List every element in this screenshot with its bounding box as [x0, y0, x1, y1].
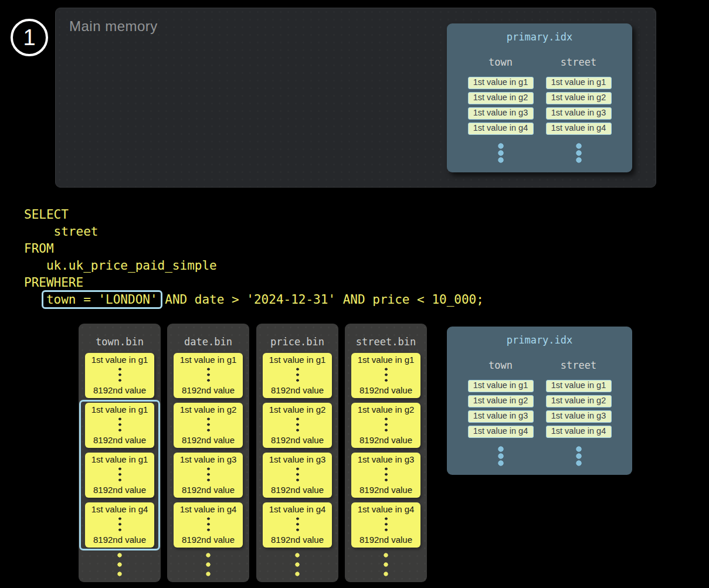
ellipsis-icon [498, 446, 504, 467]
bin-column-title: price.bin [256, 324, 338, 348]
granule-first-value: 1st value in g2 [180, 405, 237, 414]
granule-block: 1st value in g1 8192nd value [85, 403, 154, 448]
granule-first-value: 1st value in g4 [180, 504, 237, 514]
granule-last-value: 8192nd value [93, 485, 146, 495]
ellipsis-icon [385, 466, 388, 483]
granule-last-value: 8192nd value [271, 485, 324, 495]
granule-first-value: 1st value in g1 [180, 355, 237, 365]
granule-block: 1st value in g1 8192nd value [174, 353, 243, 398]
bin-column-street: street.bin 1st value in g1 8192nd value … [345, 324, 427, 582]
index-entry-chip: 1st value in g4 [468, 123, 534, 135]
ellipsis-icon [384, 550, 388, 578]
granule-list-price: 1st value in g1 8192nd value 1st value i… [256, 353, 338, 548]
granule-last-value: 8192nd value [271, 385, 324, 395]
ellipsis-icon [206, 550, 211, 578]
index-column-street: street 1st value in g11st value in g21st… [540, 346, 618, 467]
index-entry-chip: 1st value in g3 [546, 107, 612, 120]
granule-block: 1st value in g3 8192nd value [351, 453, 420, 498]
index-entry-chip: 1st value in g1 [468, 77, 534, 89]
ellipsis-icon [576, 142, 582, 164]
step-1-badge: 1 [11, 19, 48, 56]
primary-idx-title: primary.idx [447, 23, 632, 43]
granule-last-value: 8192nd value [182, 485, 235, 495]
granule-first-value: 1st value in g1 [269, 355, 326, 365]
granule-block: 1st value in g4 8192nd value [174, 502, 243, 548]
granule-block: 1st value in g1 8192nd value [85, 453, 154, 498]
ellipsis-icon [296, 416, 299, 433]
ellipsis-icon [296, 516, 299, 533]
sql-filter-rest: AND date > '2024-12-31' AND price < 10_0… [158, 293, 484, 307]
primary-idx-columns: town 1st value in g11st value in g21st v… [447, 43, 632, 164]
granule-list-date: 1st value in g1 8192nd value 1st value i… [167, 353, 249, 548]
primary-idx-columns: town 1st value in g11st value in g21st v… [447, 346, 632, 467]
index-entry-chip: 1st value in g1 [546, 77, 612, 89]
index-entries-town: 1st value in g11st value in g21st value … [462, 77, 540, 135]
granule-last-value: 8192nd value [359, 385, 412, 395]
primary-idx-box-memory: primary.idx town 1st value in g11st valu… [447, 23, 632, 172]
granule-block: 1st value in g1 8192nd value [85, 353, 154, 398]
index-entry-chip: 1st value in g1 [468, 380, 534, 392]
index-entries-street: 1st value in g11st value in g21st value … [540, 77, 618, 135]
index-entry-chip: 1st value in g2 [468, 92, 534, 104]
sql-line: SELECT [24, 206, 484, 223]
sql-filter-line: town = 'LONDON' AND date > '2024-12-31' … [24, 291, 484, 308]
index-entries-street: 1st value in g11st value in g21st value … [540, 380, 618, 438]
step-number: 1 [23, 25, 35, 50]
bin-column-price: price.bin 1st value in g1 8192nd value 1… [256, 324, 338, 582]
ellipsis-icon [207, 466, 210, 483]
granule-last-value: 8192nd value [182, 385, 235, 395]
sql-lines: SELECT streetFROM uk.uk_price_paid_simpl… [24, 206, 484, 291]
bin-column-title: date.bin [167, 324, 249, 348]
granule-last-value: 8192nd value [93, 435, 146, 445]
index-entry-chip: 1st value in g3 [546, 410, 612, 423]
ellipsis-icon [118, 416, 121, 433]
ellipsis-icon [118, 466, 121, 483]
sql-query: SELECT streetFROM uk.uk_price_paid_simpl… [24, 206, 484, 308]
granule-block: 1st value in g1 8192nd value [263, 353, 332, 398]
granule-first-value: 1st value in g4 [358, 504, 415, 514]
index-column-header-town: town [462, 56, 540, 68]
sql-line: uk.uk_price_paid_simple [24, 257, 484, 274]
ellipsis-icon [117, 550, 122, 578]
ellipsis-icon [118, 516, 121, 533]
ellipsis-icon [207, 516, 210, 533]
index-entry-chip: 1st value in g2 [468, 395, 534, 407]
ellipsis-icon [207, 366, 210, 383]
granule-last-value: 8192nd value [271, 435, 324, 445]
granule-block: 1st value in g2 8192nd value [174, 403, 243, 448]
granule-first-value: 1st value in g3 [269, 454, 326, 464]
granule-block: 1st value in g3 8192nd value [263, 453, 332, 498]
ellipsis-icon [385, 416, 388, 433]
sql-line: street [24, 223, 484, 240]
granule-last-value: 8192nd value [271, 535, 324, 545]
bin-column-title: town.bin [79, 324, 161, 348]
granule-first-value: 1st value in g1 [91, 454, 148, 464]
granule-last-value: 8192nd value [93, 385, 146, 395]
granule-first-value: 1st value in g1 [358, 355, 415, 365]
ellipsis-icon [296, 366, 299, 383]
granule-last-value: 8192nd value [359, 485, 412, 495]
index-column-town: town 1st value in g11st value in g21st v… [462, 43, 540, 164]
bin-column-title: street.bin [345, 324, 427, 348]
granule-block: 1st value in g2 8192nd value [263, 403, 332, 448]
bin-column-date: date.bin 1st value in g1 8192nd value 1s… [167, 324, 249, 582]
granule-first-value: 1st value in g2 [269, 405, 326, 414]
index-entry-chip: 1st value in g2 [546, 395, 612, 407]
granule-list-street: 1st value in g1 8192nd value 1st value i… [345, 353, 427, 548]
bin-column-town: town.bin 1st value in g1 8192nd value 1s… [79, 324, 161, 582]
sql-line: FROM [24, 240, 484, 257]
ellipsis-icon [296, 466, 299, 483]
primary-idx-box-disk: primary.idx town 1st value in g11st valu… [447, 327, 632, 475]
granule-block: 1st value in g4 8192nd value [351, 502, 420, 548]
index-entry-chip: 1st value in g4 [546, 123, 612, 135]
main-memory-title: Main memory [69, 18, 158, 35]
index-column-header-street: street [540, 359, 618, 371]
granule-first-value: 1st value in g3 [358, 454, 415, 464]
granule-first-value: 1st value in g4 [269, 504, 326, 514]
granule-last-value: 8192nd value [182, 435, 235, 445]
granule-last-value: 8192nd value [359, 535, 412, 545]
index-column-header-street: street [540, 56, 618, 68]
granule-first-value: 1st value in g3 [180, 454, 237, 464]
granule-list-town: 1st value in g1 8192nd value 1st value i… [79, 353, 161, 548]
ellipsis-icon [207, 416, 210, 433]
